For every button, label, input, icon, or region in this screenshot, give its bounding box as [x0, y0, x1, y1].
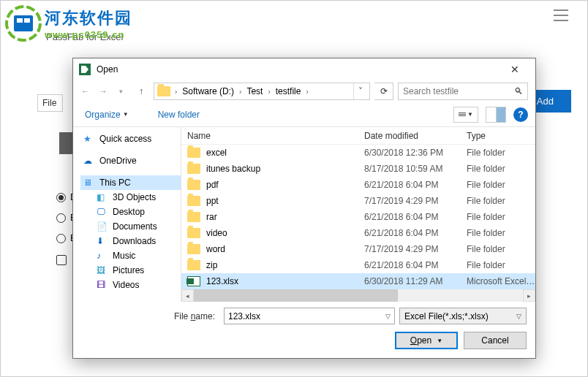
- tree-3d-objects[interactable]: ◧3D Objects: [80, 190, 181, 205]
- file-row[interactable]: pdf6/21/2018 6:04 PMFile folder: [181, 177, 535, 193]
- file-name: ppt: [206, 196, 364, 206]
- dialog-bottom: File name: 123.xlsx ▽ Excel File(*.xls;*…: [73, 302, 535, 358]
- nav-history-button[interactable]: ▾: [113, 83, 129, 99]
- address-bar-row: ← → ▾ ↑ › Software (D:) › Test › testfil…: [73, 80, 535, 102]
- svg-rect-1: [14, 15, 33, 31]
- scroll-left-button[interactable]: ◂: [181, 289, 194, 302]
- pc-icon: 🖥: [83, 178, 95, 188]
- col-date[interactable]: Date modified: [364, 131, 467, 141]
- scroll-right-button[interactable]: ▸: [523, 289, 535, 302]
- scroll-thumb[interactable]: [194, 289, 398, 302]
- document-icon: 📄: [97, 221, 108, 232]
- preview-pane-button[interactable]: [486, 107, 506, 123]
- cube-icon: ◧: [97, 192, 108, 202]
- view-mode-button[interactable]: ▼: [453, 107, 478, 123]
- file-name: word: [206, 244, 364, 254]
- file-date: 6/21/2018 6:04 PM: [364, 228, 467, 238]
- folder-icon: [187, 164, 200, 174]
- new-folder-button[interactable]: New folder: [154, 107, 204, 122]
- file-row[interactable]: 123.xlsx6/30/2018 11:29 AMMicrosoft Exce…: [181, 273, 535, 289]
- hamburger-icon[interactable]: [554, 9, 568, 21]
- breadcrumb-seg-1[interactable]: Test: [244, 86, 265, 96]
- svg-rect-3: [24, 18, 30, 23]
- cancel-button[interactable]: Cancel: [464, 332, 527, 349]
- open-button[interactable]: Open▼: [395, 332, 458, 349]
- dialog-title: Open: [97, 64, 500, 75]
- file-row[interactable]: zip6/21/2018 6:04 PMFile folder: [181, 257, 535, 273]
- file-type: File folder: [467, 260, 535, 270]
- excel-app-icon: [79, 64, 91, 75]
- split-button-icon[interactable]: ▼: [437, 338, 442, 344]
- refresh-button[interactable]: ⟳: [374, 83, 393, 100]
- watermark-logo-icon: [5, 5, 42, 42]
- breadcrumb-seg-2[interactable]: testfile: [274, 86, 304, 96]
- nav-up-button[interactable]: ↑: [133, 83, 149, 99]
- file-date: 6/21/2018 6:04 PM: [364, 212, 467, 222]
- nav-back-button[interactable]: ←: [78, 83, 94, 99]
- breadcrumb-seg-0[interactable]: Software (D:): [180, 86, 236, 96]
- breadcrumb[interactable]: › Software (D:) › Test › testfile › ˅: [154, 83, 370, 100]
- file-date: 6/30/2018 12:36 PM: [364, 148, 467, 158]
- file-type-filter[interactable]: Excel File(*.xls;*.xlsx) ▽: [399, 308, 527, 324]
- file-type: File folder: [467, 148, 535, 158]
- file-name: zip: [206, 260, 364, 270]
- nav-forward-button[interactable]: →: [95, 83, 111, 99]
- chevron-down-icon: ▽: [516, 313, 521, 320]
- column-headers[interactable]: Name Date modified Type: [181, 127, 535, 145]
- tree-downloads[interactable]: ⬇Downloads: [80, 234, 181, 248]
- chevron-down-icon: ▼: [123, 111, 129, 118]
- breadcrumb-dropdown[interactable]: ˅: [353, 83, 366, 99]
- col-type[interactable]: Type: [467, 131, 535, 141]
- file-row[interactable]: rar6/21/2018 6:04 PMFile folder: [181, 209, 535, 225]
- file-type: File folder: [467, 180, 535, 190]
- watermark-title: 河东软件园: [45, 7, 132, 29]
- watermark-url: www.pc0359.cn: [45, 29, 132, 40]
- file-date: 7/17/2019 4:29 PM: [364, 244, 467, 254]
- file-list[interactable]: excel6/30/2018 12:36 PMFile folderitunes…: [181, 145, 535, 289]
- file-row[interactable]: excel6/30/2018 12:36 PMFile folder: [181, 145, 535, 161]
- col-name[interactable]: Name: [187, 131, 364, 141]
- tree-videos[interactable]: 🎞Videos: [80, 278, 181, 292]
- file-name: excel: [206, 148, 364, 158]
- close-button[interactable]: ✕: [500, 60, 529, 79]
- folder-icon: [187, 196, 200, 206]
- file-name: pdf: [206, 180, 364, 190]
- tree-pictures[interactable]: 🖼Pictures: [80, 263, 181, 278]
- folder-icon: [187, 228, 200, 238]
- folder-icon: [187, 244, 200, 254]
- filename-input[interactable]: 123.xlsx ▽: [224, 308, 395, 324]
- download-icon: ⬇: [97, 236, 108, 246]
- chevron-right-icon: ›: [266, 88, 271, 96]
- horizontal-scrollbar[interactable]: ◂ ▸: [181, 289, 535, 302]
- search-placeholder: Search testfile: [403, 86, 510, 96]
- tree-onedrive[interactable]: ☁OneDrive: [80, 153, 181, 168]
- dialog-titlebar: Open ✕: [73, 58, 535, 80]
- site-watermark: 河东软件园 www.pc0359.cn: [5, 5, 132, 42]
- video-icon: 🎞: [97, 280, 108, 290]
- tree-quick-access[interactable]: ★Quick access: [80, 132, 181, 146]
- file-row[interactable]: ppt7/17/2019 4:29 PMFile folder: [181, 193, 535, 209]
- file-date: 6/21/2018 6:04 PM: [364, 180, 467, 190]
- help-button[interactable]: ?: [513, 107, 528, 122]
- file-type: File folder: [467, 228, 535, 238]
- chevron-down-icon: ▼: [467, 111, 473, 118]
- tree-desktop[interactable]: 🖵Desktop: [80, 205, 181, 219]
- file-row[interactable]: word7/17/2019 4:29 PMFile folder: [181, 241, 535, 257]
- tree-this-pc[interactable]: 🖥This PC: [80, 175, 181, 190]
- open-file-dialog: Open ✕ ← → ▾ ↑ › Software (D:) › Test › …: [72, 58, 536, 359]
- file-date: 6/30/2018 11:29 AM: [364, 276, 467, 286]
- navigation-tree[interactable]: ★Quick access ☁OneDrive 🖥This PC ◧3D Obj…: [73, 127, 181, 302]
- folder-icon: [187, 260, 200, 270]
- organize-menu[interactable]: Organize▼: [80, 107, 133, 122]
- scroll-track[interactable]: [194, 289, 523, 302]
- file-list-pane: Name Date modified Type excel6/30/2018 1…: [181, 127, 535, 302]
- tree-documents[interactable]: 📄Documents: [80, 219, 181, 234]
- svg-rect-2: [17, 18, 23, 23]
- file-type: Microsoft Excel 工...: [467, 275, 535, 288]
- file-row[interactable]: itunes backup8/17/2018 10:59 AMFile fold…: [181, 161, 535, 177]
- search-input[interactable]: Search testfile 🔍︎: [398, 83, 528, 100]
- file-row[interactable]: video6/21/2018 6:04 PMFile folder: [181, 225, 535, 241]
- tree-music[interactable]: ♪Music: [80, 248, 181, 263]
- chevron-down-icon[interactable]: ▽: [385, 313, 391, 320]
- cloud-icon: ☁: [83, 156, 95, 166]
